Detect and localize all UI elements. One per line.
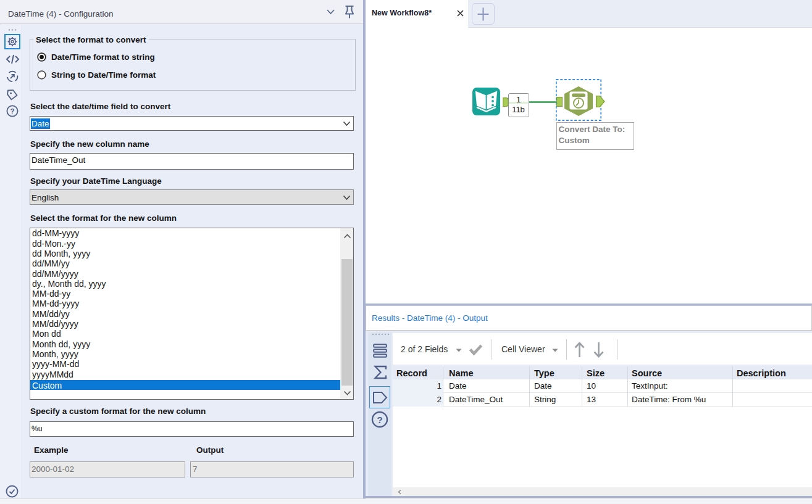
svg-text:?: ? [10,107,14,115]
svg-text:?: ? [377,415,382,425]
